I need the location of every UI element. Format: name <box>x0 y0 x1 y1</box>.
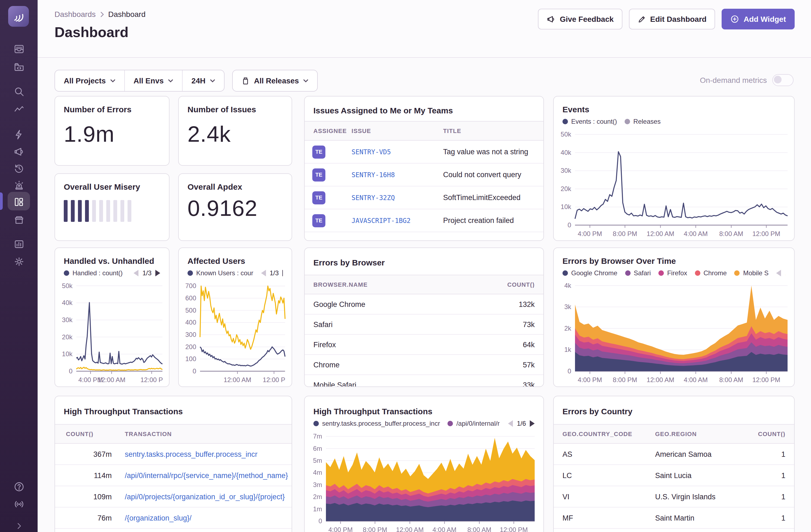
column-header[interactable]: ASSIGNEE <box>305 127 352 134</box>
column-header[interactable]: COUNT() <box>484 281 544 288</box>
issue-link[interactable]: SENTRY-VD5 <box>352 148 443 156</box>
breadcrumb-dashboard[interactable]: Dashboard <box>108 10 146 18</box>
legend-item[interactable]: Safari <box>625 269 651 277</box>
sidebar-item-whats-new[interactable] <box>0 496 37 512</box>
widget-number-of-issues[interactable]: Number of Issues 2.4k <box>178 96 292 166</box>
transaction-link[interactable]: sentry.tasks.process_buffer.process_incr <box>112 450 292 458</box>
issue-title: Project creation failed <box>443 216 544 225</box>
column-header[interactable]: GEO.COUNTRY_CODE <box>554 431 655 437</box>
pagination-next-button[interactable] <box>530 420 535 427</box>
sidebar-item-explore[interactable] <box>0 83 37 100</box>
issue-link[interactable]: JAVASCRIPT-1BG2 <box>352 217 443 224</box>
transaction-count: 76m <box>55 514 112 522</box>
legend-item[interactable]: sentry.tasks.process_buffer.process_incr <box>313 420 440 427</box>
issue-link[interactable]: SENTRY-16H8 <box>352 171 443 179</box>
column-header[interactable]: ISSUE <box>352 127 443 134</box>
release-filter[interactable]: All Releases <box>233 70 318 91</box>
legend-item[interactable]: Mobile S <box>734 269 768 277</box>
widget-title: High Throughput Transactions <box>313 407 535 416</box>
breadcrumb-dashboards[interactable]: Dashboards <box>55 10 96 18</box>
widget-number-of-errors[interactable]: Number of Errors 1.9m <box>55 96 169 166</box>
browser-count: 73k <box>484 320 544 329</box>
sidebar-item-archive[interactable] <box>0 212 37 228</box>
svg-text:4:00 PM: 4:00 PM <box>328 526 353 532</box>
sentry-logo[interactable] <box>8 6 29 27</box>
widget-handled-vs-unhandled[interactable]: Handled vs. Unhandled Handled : count()1… <box>55 247 169 387</box>
widget-user-misery[interactable]: Overall User Misery <box>55 173 169 241</box>
inbox-icon <box>13 44 24 55</box>
legend-dot <box>563 270 568 276</box>
widget-high-throughput-table[interactable]: High Throughput Transactions COUNT()TRAN… <box>55 396 292 532</box>
svg-text:8:00 PM: 8:00 PM <box>613 230 637 238</box>
widget-events[interactable]: Events Events : count()Releases 010k20k3… <box>553 96 795 241</box>
sidebar-item-traces[interactable] <box>0 101 37 118</box>
pagination-prev-button[interactable] <box>134 270 139 276</box>
widget-apdex[interactable]: Overall Apdex 0.9162 <box>178 173 292 241</box>
give-feedback-button[interactable]: Give Feedback <box>538 9 623 29</box>
sidebar-item-performance[interactable] <box>0 126 37 143</box>
widget-errors-by-browser-over-time[interactable]: Errors by Browser Over Time Google Chrom… <box>553 247 795 387</box>
edit-dashboard-button[interactable]: Edit Dashboard <box>629 9 715 29</box>
pagination-prev-button[interactable] <box>776 270 781 276</box>
add-widget-button[interactable]: Add Widget <box>722 9 795 29</box>
legend-item[interactable]: Handled : count() <box>64 269 123 277</box>
misery-segment <box>127 200 131 222</box>
errors-by-browser-header-row: BROWSER.NAMECOUNT() <box>305 275 544 294</box>
transaction-link[interactable]: /api/0/projects/{organization_id_or_slug… <box>112 492 292 501</box>
sidebar-item-replays[interactable] <box>0 160 37 177</box>
pagination-next-button[interactable] <box>282 270 283 276</box>
sidebar-item-collapse[interactable] <box>0 518 37 532</box>
pagination-next-button[interactable] <box>155 270 160 276</box>
widget-issues-assigned[interactable]: Issues Assigned to Me or My Teams ASSIGN… <box>304 96 544 241</box>
legend-label: /api/0/internal/r <box>457 420 500 427</box>
country-region: American Samoa <box>655 450 747 458</box>
column-header[interactable]: TRANSACTION <box>112 431 292 437</box>
environment-filter-label: All Envs <box>134 76 164 85</box>
legend-item[interactable]: Firefox <box>658 269 687 277</box>
transaction-link[interactable]: /api/0/internal/rpc/{service_name}/{meth… <box>112 471 292 480</box>
sidebar-item-releases[interactable] <box>0 143 37 160</box>
column-header[interactable]: TITLE <box>443 127 544 134</box>
country-count: 1 <box>747 471 794 480</box>
widget-affected-users[interactable]: Affected Users Known Users : cour1/3 010… <box>178 247 292 387</box>
issue-link[interactable]: SENTRY-32ZQ <box>352 194 443 201</box>
transaction-link[interactable]: /{organization_slug}/ <box>112 514 292 522</box>
sidebar-item-stats[interactable] <box>0 236 37 253</box>
pagination-prev-button[interactable] <box>261 270 266 276</box>
pagination-prev-button[interactable] <box>508 420 513 427</box>
column-header[interactable]: COUNT() <box>747 431 794 437</box>
column-header[interactable]: GEO.REGION <box>655 431 747 437</box>
legend-item[interactable]: Known Users : cour <box>187 269 253 277</box>
svg-text:500: 500 <box>185 307 196 314</box>
widget-errors-by-browser[interactable]: Errors by Browser BROWSER.NAMECOUNT()Goo… <box>304 247 544 387</box>
project-filter[interactable]: All Projects <box>55 70 124 91</box>
environment-filter[interactable]: All Envs <box>124 70 182 91</box>
sidebar-item-projects[interactable] <box>0 59 37 75</box>
legend-item[interactable]: Chrome <box>695 269 727 277</box>
legend-item[interactable]: /api/0/internal/r <box>448 420 500 427</box>
ondemand-metrics-toggle[interactable] <box>772 74 794 86</box>
table-row: LCSaint Lucia1 <box>554 465 794 486</box>
legend-item[interactable]: Releases <box>625 118 661 125</box>
sidebar-item-settings[interactable] <box>0 254 37 270</box>
history-icon <box>13 163 24 174</box>
sidebar-item-issues[interactable] <box>0 41 37 57</box>
sidebar-item-alerts[interactable] <box>0 177 37 194</box>
svg-text:12:00 AM: 12:00 AM <box>224 376 251 383</box>
legend-item[interactable]: Events : count() <box>563 118 617 125</box>
column-header[interactable]: BROWSER.NAME <box>305 281 484 288</box>
pulse-icon <box>13 104 24 115</box>
svg-text:40k: 40k <box>62 299 73 306</box>
sidebar-item-dashboards[interactable] <box>0 194 37 210</box>
archive-icon <box>13 214 24 225</box>
siren-icon <box>13 180 24 191</box>
widget-title: High Throughput Transactions <box>64 407 283 416</box>
svg-text:12:00 PM: 12:00 PM <box>752 376 780 383</box>
sidebar-item-help[interactable] <box>0 478 37 495</box>
legend-item[interactable]: Google Chrome <box>563 269 617 277</box>
widget-high-throughput-chart[interactable]: High Throughput Transactions sentry.task… <box>304 396 544 532</box>
column-header[interactable]: COUNT() <box>55 431 112 437</box>
misery-segment <box>113 200 117 222</box>
date-range-filter[interactable]: 24H <box>182 70 224 91</box>
widget-errors-by-country[interactable]: Errors by Country GEO.COUNTRY_CODEGEO.RE… <box>553 396 795 532</box>
